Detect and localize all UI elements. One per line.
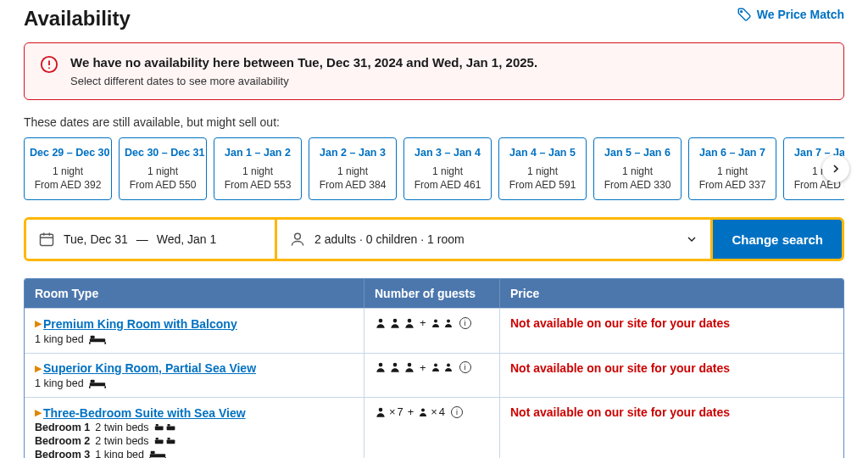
date-card[interactable]: Jan 6 – Jan 7 1 night From AED 337 [688,137,776,200]
date-price: From AED 337 [694,179,771,191]
price-match-label: We Price Match [757,8,844,21]
date-range: Jan 5 – Jan 6 [599,147,676,159]
svg-rect-34 [167,437,170,438]
date-range: Jan 3 – Jan 4 [409,147,486,159]
page-title: Availability [24,7,131,31]
date-card[interactable]: Jan 4 – Jan 5 1 night From AED 591 [498,137,587,200]
calendar-icon [38,231,55,248]
date-nights: 1 night [125,165,201,177]
scroll-right-button[interactable] [822,155,849,182]
bed-icon [89,377,106,389]
svg-rect-9 [90,338,105,342]
svg-point-13 [379,318,383,322]
svg-rect-30 [167,423,170,425]
not-available-text: Not available on our site for your dates [510,361,730,375]
svg-rect-32 [155,437,158,438]
caret-right-icon: ▶ [35,363,42,374]
svg-point-14 [393,318,398,322]
svg-rect-4 [41,234,53,245]
info-icon[interactable]: i [451,406,463,418]
date-range: Jan 4 – Jan 5 [504,147,581,159]
date-picker[interactable]: Tue, Dec 31 — Wed, Jan 1 [26,220,277,259]
date-card[interactable]: Jan 3 – Jan 4 1 night From AED 461 [403,137,492,200]
no-availability-alert: We have no availability here between Tue… [24,42,844,100]
caret-right-icon: ▶ [35,318,42,329]
date-nights: 1 night [599,165,676,177]
date-price: From AED 384 [314,179,391,191]
date-price: From AED 550 [125,179,201,191]
chevron-right-icon [829,162,843,176]
date-to: Wed, Jan 1 [157,232,217,246]
svg-rect-35 [150,454,165,457]
room-link[interactable]: Three-Bedroom Suite with Sea View [43,406,246,420]
date-price: From AED 330 [599,179,676,191]
svg-point-3 [48,67,50,69]
table-row: ▶ Superior King Room, Partial Sea View 1… [25,353,843,398]
svg-point-16 [434,319,437,322]
alert-icon [40,55,58,74]
info-icon[interactable]: i [459,317,471,329]
bed-icon [154,435,176,447]
caret-right-icon: ▶ [35,407,42,418]
svg-rect-29 [166,426,175,430]
svg-rect-19 [90,380,94,383]
price-match-link[interactable]: We Price Match [737,7,844,22]
date-card[interactable]: Dec 29 – Dec 30 1 night From AED 392 [24,137,112,200]
bed-line: 1 king bed [35,377,353,389]
date-card-row: Dec 29 – Dec 30 1 night From AED 392Dec … [24,137,844,200]
table-header: Room Type Number of guests Price [25,279,843,308]
th-price: Price [499,279,843,308]
svg-point-23 [393,363,398,367]
svg-point-8 [295,233,301,239]
date-nights: 1 night [30,165,106,177]
room-link[interactable]: Premium King Room with Balcony [43,317,237,331]
th-guests: Number of guests [364,279,499,308]
search-bar: Tue, Dec 31 — Wed, Jan 1 2 adults · 0 ch… [24,217,844,261]
date-card[interactable]: Jan 2 – Jan 3 1 night From AED 384 [309,137,397,200]
date-price: From AED 591 [504,179,581,191]
tag-icon [737,7,752,22]
date-nights: 1 night [220,165,296,177]
svg-rect-28 [155,423,158,425]
svg-rect-27 [154,426,163,430]
info-icon[interactable]: i [459,361,471,373]
svg-point-17 [447,319,450,322]
guest-icons: +i [375,361,489,374]
date-card[interactable]: Dec 30 – Dec 31 1 night From AED 550 [119,137,207,200]
date-price: From AED 553 [220,179,296,191]
not-available-text: Not available on our site for your dates [510,405,730,419]
svg-rect-18 [90,383,105,386]
alert-title: We have no availability here between Tue… [70,55,537,70]
bed-icon [154,422,176,433]
date-range: Jan 6 – Jan 7 [694,147,771,159]
bed-line: Bedroom 2 2 twin beds [35,435,353,447]
alert-subtitle: Select different dates to see more avail… [70,75,537,87]
chevron-down-icon [685,232,698,246]
rooms-table: Room Type Number of guests Price ▶ Premi… [24,278,844,458]
change-search-button[interactable]: Change search [713,220,842,259]
not-available-text: Not available on our site for your dates [510,316,730,330]
date-sep: — [136,232,148,246]
date-nights: 1 night [504,165,581,177]
date-range: Dec 29 – Dec 30 [30,147,106,159]
date-card[interactable]: Jan 5 – Jan 6 1 night From AED 330 [593,137,682,200]
person-icon [289,231,306,248]
bed-line: 1 king bed [35,333,353,345]
date-nights: 1 night [314,165,391,177]
bed-line: Bedroom 1 2 twin beds [35,422,353,433]
room-link[interactable]: Superior King Room, Partial Sea View [43,361,256,375]
date-card[interactable]: Jan 1 – Jan 2 1 night From AED 553 [214,137,302,200]
svg-point-0 [740,11,742,13]
svg-point-22 [379,363,383,367]
date-from: Tue, Dec 31 [64,232,128,246]
date-range: Jan 2 – Jan 3 [314,147,391,159]
svg-point-44 [421,408,425,411]
date-price: From AED 461 [409,179,486,191]
svg-rect-10 [90,335,94,338]
guest-picker[interactable]: 2 adults · 0 children · 1 room [277,220,713,259]
still-available-label: These dates are still available, but mig… [24,115,844,129]
bed-icon [149,449,166,459]
th-room: Room Type [25,279,364,308]
svg-rect-31 [154,439,163,444]
date-price: From AED 392 [30,179,106,191]
